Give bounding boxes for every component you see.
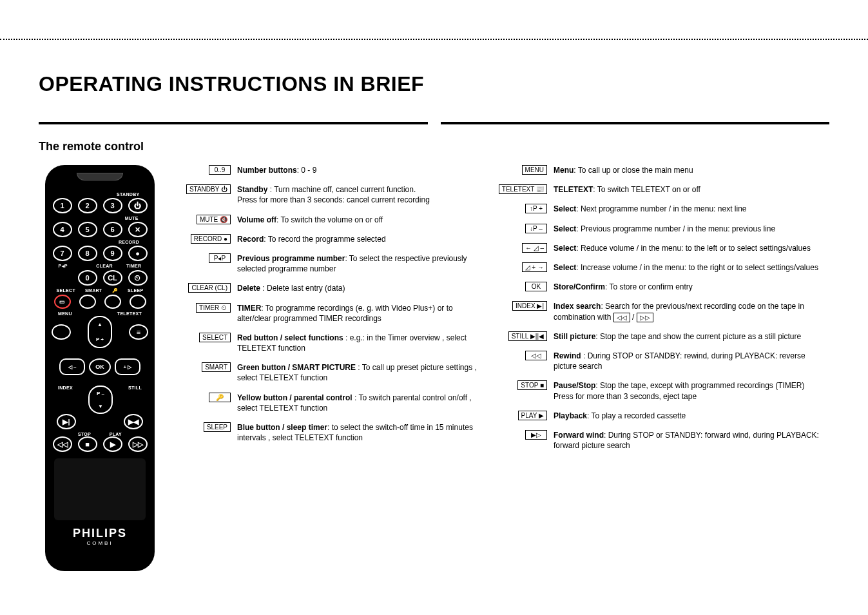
keycap: SMART — [202, 362, 231, 372]
label-index: INDEX — [58, 386, 73, 414]
description-title: TIMER — [237, 304, 261, 313]
remote-control-illustration: ...STANDBY 123⏻ ...MUTE 456✕ ...RECORD 7… — [45, 165, 155, 571]
btn-mute: ✕ — [128, 222, 148, 237]
btn-still: ▶◀ — [124, 414, 143, 429]
keycap: INDEX ▶| — [512, 301, 547, 311]
description-title: TELETEXT — [554, 185, 593, 194]
label-mute: MUTE — [125, 216, 139, 220]
keycap: MENU — [522, 165, 547, 175]
description-text: Select: Reduce volume / in the menu: to … — [554, 243, 811, 253]
keycap: CLEAR (CL) — [188, 283, 231, 293]
keycap: ↓P – — [525, 224, 547, 233]
description-text: Previous programme number: To select the… — [237, 253, 484, 274]
description-title: Pause/Stop — [554, 381, 595, 390]
btn-fwd: ▷▷ — [128, 436, 148, 452]
keycap: STOP ■ — [517, 380, 547, 390]
description-text: Select: Next programme number / in the m… — [554, 204, 746, 214]
inline-keycap: ◁◁ — [613, 313, 630, 322]
description-title: Delete — [237, 284, 260, 293]
keycap: ◁◁ — [525, 351, 547, 360]
description-title: Previous programme number — [237, 254, 345, 263]
label-clear: CLEAR — [96, 264, 113, 269]
description-text: TIMER: To programme recordings (e. g. wi… — [237, 303, 484, 324]
btn-play: ▶ — [103, 436, 122, 452]
left-row: SELECTRed button / select functions : e.… — [184, 333, 484, 353]
left-row: STANDBY ⏻Standby : Turn machine off, can… — [184, 184, 484, 205]
label-sleep: SLEEP — [128, 288, 143, 293]
description-title: Index search — [554, 302, 601, 311]
description-text: Standby : Turn machine off, cancel curre… — [237, 184, 430, 205]
description-text: Rewind : During STOP or STANDBY: rewind,… — [554, 351, 829, 371]
keycap: ← ◿ – — [522, 243, 547, 253]
keycap: PLAY ▶ — [518, 411, 547, 420]
description-title: Menu — [554, 166, 574, 175]
description-text: Forward wind: During STOP or STANDBY: fo… — [554, 430, 829, 451]
btn-record: ● — [128, 246, 148, 261]
btn-8: 8 — [78, 246, 97, 261]
btn-9: 9 — [103, 246, 122, 261]
description-title: Select — [554, 244, 576, 253]
label-smart: SMART — [85, 288, 102, 293]
label-record: RECORD — [119, 240, 139, 244]
btn-ok: OK — [89, 358, 111, 375]
right-row: ▶▷Forward wind: During STOP or STANDBY: … — [501, 430, 829, 451]
label-still: STILL — [128, 386, 142, 414]
btn-4: 4 — [53, 222, 72, 237]
description-title: Red button / select functions — [237, 333, 343, 342]
btn-clear: CL — [103, 270, 122, 286]
description-title: Select — [554, 263, 576, 272]
label-select: SELECT — [57, 288, 75, 293]
left-row: SLEEPBlue button / sleep timer: to selec… — [184, 422, 484, 443]
right-row: PLAY ▶Playback: To play a recorded casse… — [501, 411, 829, 421]
right-row: ◁◁Rewind : During STOP or STANDBY: rewin… — [501, 351, 829, 371]
keycap: ↑P + — [525, 204, 547, 213]
right-row: MENUMenu: To call up or close the main m… — [501, 165, 829, 175]
description-text: Store/Confirm: To store or confirm entry — [554, 282, 693, 292]
btn-p-down: P –▼ — [88, 386, 113, 414]
btn-blue — [130, 295, 146, 309]
btn-rewind: ◁◁ — [53, 436, 72, 452]
keycap: SLEEP — [204, 422, 231, 432]
left-row: RECORD ●Record: To record the programme … — [184, 234, 484, 244]
inline-keycap: ▷▷ — [637, 313, 653, 322]
label-pap: P◂P — [59, 264, 68, 269]
label-teletext: TELETEXT — [117, 311, 142, 316]
description-title: Select — [554, 224, 576, 233]
left-row: 🔑Yellow button / parental control : To s… — [184, 393, 484, 413]
page-title: OPERATING INSTRUCTIONS IN BRIEF — [39, 72, 829, 96]
description-text: Number buttons: 0 - 9 — [237, 165, 316, 175]
btn-timer: ⏲ — [128, 270, 148, 286]
dotted-rule — [0, 39, 868, 40]
label-stop: STOP — [78, 432, 91, 436]
description-text: Index search: Search for the previous/ne… — [554, 301, 829, 322]
right-descriptions: MENUMenu: To call up or close the main m… — [501, 165, 829, 571]
btn-1: 1 — [53, 198, 72, 213]
description-text: Red button / select functions : e.g.: in… — [237, 333, 484, 353]
right-row: OKStore/Confirm: To store or confirm ent… — [501, 282, 829, 292]
left-row: TIMER ⏲TIMER: To programme recordings (e… — [184, 303, 484, 324]
left-row: MUTE 🔇Volume off: To switch the volume o… — [184, 215, 484, 225]
keycap: 0..9 — [209, 165, 231, 175]
btn-0: 0 — [78, 270, 97, 286]
description-title: Standby — [237, 185, 267, 194]
description-title: Record — [237, 235, 264, 244]
description-title: Rewind — [554, 351, 581, 360]
description-text: Delete : Delete last entry (data) — [237, 283, 345, 293]
right-row: STOP ■Pause/Stop: Stop the tape, except … — [501, 380, 829, 401]
keycap: STANDBY ⏻ — [186, 184, 231, 194]
btn-standby: ⏻ — [128, 198, 148, 213]
btn-teletext: ≡ — [129, 324, 148, 340]
btn-p-updown: ▲P + — [88, 316, 112, 348]
remote-brand-sub: COMBI — [45, 540, 155, 546]
description-title: Still picture — [554, 332, 595, 341]
label-menu: MENU — [58, 311, 72, 316]
description-title: Volume off — [237, 215, 276, 224]
right-row: ◿ + →Select: Increase volume / in the me… — [501, 262, 829, 273]
btn-6: 6 — [103, 222, 122, 237]
label-play: PLAY — [110, 432, 122, 436]
btn-index: ▶| — [57, 414, 76, 429]
btn-yellow — [104, 295, 121, 309]
description-title: Forward wind — [554, 431, 604, 440]
description-title: Green button / SMART PICTURE — [237, 363, 356, 372]
keycap: MUTE 🔇 — [197, 215, 231, 224]
